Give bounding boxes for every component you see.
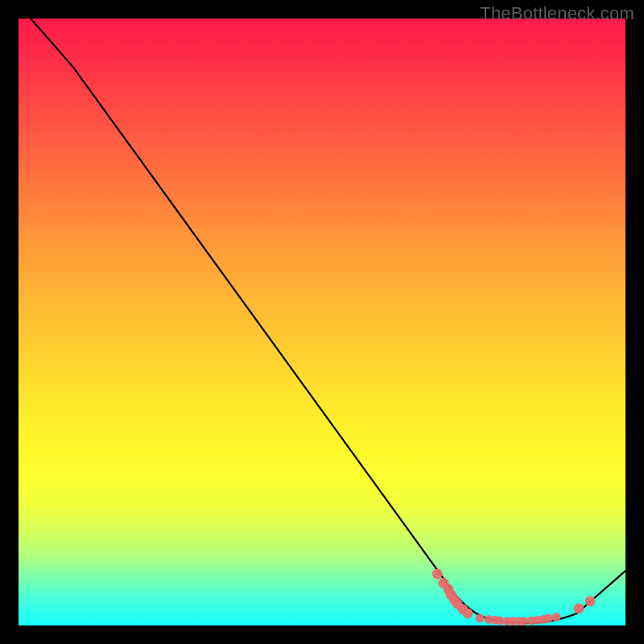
chart-marker [573, 603, 584, 613]
chart-svg [19, 19, 625, 625]
chart-marker [544, 613, 553, 622]
chart-line [31, 19, 625, 623]
chart-marker [552, 613, 561, 621]
chart-marker [585, 596, 596, 606]
watermark-text: TheBottleneck.com [480, 3, 634, 24]
curve-path [31, 19, 625, 623]
chart-marker [476, 613, 485, 622]
chart-plot-area [19, 19, 625, 625]
chart-marker [462, 608, 473, 618]
chart-markers [432, 568, 596, 625]
chart-marker [432, 568, 443, 579]
